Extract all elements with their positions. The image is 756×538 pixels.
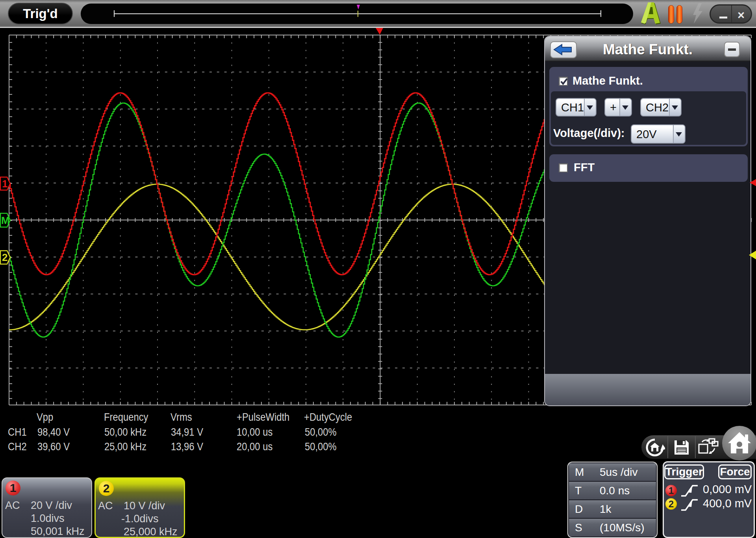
- svg-text:M: M: [1, 214, 10, 226]
- svg-text:2: 2: [2, 251, 7, 263]
- svg-text:1: 1: [2, 178, 7, 190]
